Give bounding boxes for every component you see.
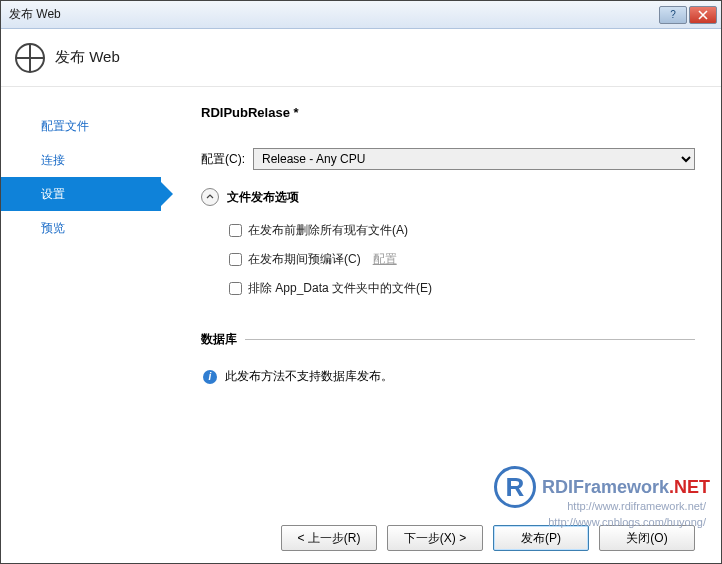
dialog-header: 发布 Web <box>1 29 721 87</box>
file-options-label: 文件发布选项 <box>227 189 299 206</box>
window-title: 发布 Web <box>9 6 659 23</box>
precompile-label: 在发布期间预编译(C) <box>248 251 361 268</box>
wizard-sidebar: 配置文件 连接 设置 预览 <box>1 87 161 563</box>
sidebar-item-connection[interactable]: 连接 <box>1 143 161 177</box>
collapse-icon[interactable] <box>201 188 219 206</box>
database-label: 数据库 <box>201 331 237 348</box>
help-button[interactable]: ? <box>659 6 687 24</box>
config-select[interactable]: Release - Any CPU <box>253 148 695 170</box>
exclude-appdata-label: 排除 App_Data 文件夹中的文件(E) <box>248 280 432 297</box>
exclude-appdata-checkbox[interactable] <box>229 282 242 295</box>
dialog-footer: < 上一步(R) 下一步(X) > 发布(P) 关闭(O) <box>201 507 695 551</box>
delete-all-label: 在发布前删除所有现有文件(A) <box>248 222 408 239</box>
wizard-content: RDIPubRelase * 配置(C): Release - Any CPU … <box>161 87 721 563</box>
file-options-header: 文件发布选项 <box>201 188 695 206</box>
database-info-text: 此发布方法不支持数据库发布。 <box>225 368 393 385</box>
publish-web-dialog: 发布 Web ? 发布 Web 配置文件 连接 设置 预览 RDIPubRela… <box>0 0 722 564</box>
precompile-checkbox[interactable] <box>229 253 242 266</box>
info-icon: i <box>203 370 217 384</box>
sidebar-item-profile[interactable]: 配置文件 <box>1 109 161 143</box>
globe-icon <box>15 43 45 73</box>
prev-button[interactable]: < 上一步(R) <box>281 525 377 551</box>
config-label: 配置(C): <box>201 151 245 168</box>
precompile-row: 在发布期间预编译(C) 配置 <box>229 251 695 268</box>
delete-all-checkbox[interactable] <box>229 224 242 237</box>
dialog-title: 发布 Web <box>55 48 120 67</box>
close-dialog-button[interactable]: 关闭(O) <box>599 525 695 551</box>
dialog-body: 配置文件 连接 设置 预览 RDIPubRelase * 配置(C): Rele… <box>1 87 721 563</box>
publish-button[interactable]: 发布(P) <box>493 525 589 551</box>
profile-name: RDIPubRelase * <box>201 105 695 120</box>
exclude-appdata-row: 排除 App_Data 文件夹中的文件(E) <box>229 280 695 297</box>
database-info-row: i 此发布方法不支持数据库发布。 <box>203 368 695 385</box>
close-button[interactable] <box>689 6 717 24</box>
titlebar[interactable]: 发布 Web ? <box>1 1 721 29</box>
database-header: 数据库 <box>201 331 695 348</box>
divider <box>245 339 695 340</box>
precompile-config-link[interactable]: 配置 <box>373 251 397 268</box>
next-button[interactable]: 下一步(X) > <box>387 525 483 551</box>
delete-all-row: 在发布前删除所有现有文件(A) <box>229 222 695 239</box>
sidebar-item-settings[interactable]: 设置 <box>1 177 161 211</box>
sidebar-item-preview[interactable]: 预览 <box>1 211 161 245</box>
config-row: 配置(C): Release - Any CPU <box>201 148 695 170</box>
window-buttons: ? <box>659 6 717 24</box>
